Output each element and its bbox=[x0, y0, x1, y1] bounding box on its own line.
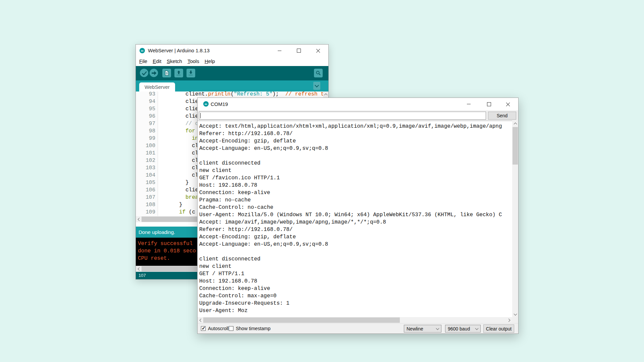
serial-output-line: client disconnected bbox=[199, 255, 512, 263]
serial-output-area[interactable]: Accept: text/html,application/xhtml+xml,… bbox=[198, 121, 512, 317]
serial-monitor-button[interactable] bbox=[314, 69, 323, 77]
new-sketch-button[interactable] bbox=[162, 69, 171, 77]
open-sketch-button[interactable] bbox=[174, 69, 183, 77]
upload-button[interactable] bbox=[150, 69, 158, 77]
serial-send-input[interactable] bbox=[199, 112, 486, 120]
minimize-icon bbox=[278, 51, 281, 51]
baud-rate-value: 9600 baud bbox=[448, 326, 470, 331]
serial-output-line: GET / HTTP/1.1 bbox=[199, 270, 512, 278]
line-number: 102 bbox=[136, 157, 155, 164]
arduino-logo-icon: ∞ bbox=[203, 101, 209, 107]
scroll-up-arrow-icon[interactable] bbox=[323, 92, 328, 97]
save-sketch-button[interactable] bbox=[186, 69, 195, 77]
autoscroll-checkbox[interactable] bbox=[201, 326, 206, 331]
serial-output-line: Accept: image/avif,image/webp,image/apng… bbox=[199, 219, 512, 226]
line-number: 98 bbox=[136, 127, 155, 135]
ide-toolbar bbox=[136, 66, 328, 80]
serial-maximize-button[interactable] bbox=[482, 98, 496, 110]
serial-minimize-button[interactable] bbox=[461, 98, 476, 110]
serial-output-line: Cache-Control: max-age=0 bbox=[199, 292, 512, 300]
serial-output-line: new client bbox=[199, 167, 512, 174]
editor-line: 93client.println("Refresh: 5"); // refre… bbox=[136, 92, 323, 98]
serial-output-line: Host: 192.168.0.78 bbox=[199, 182, 512, 189]
line-number: 103 bbox=[136, 164, 155, 172]
serial-bottom-bar: Autoscroll Show timestamp Newline 9600 b… bbox=[198, 323, 518, 334]
serial-close-button[interactable] bbox=[501, 98, 516, 110]
code-text: client.println("Refresh: 5"); // refresh… bbox=[159, 92, 323, 98]
verify-icon bbox=[141, 70, 147, 76]
serial-output-line: Accept-Encoding: gzip, deflate bbox=[199, 137, 512, 145]
serial-output-line: Host: 192.168.0.78 bbox=[199, 278, 512, 285]
serial-titlebar[interactable]: ∞ COM19 bbox=[198, 98, 518, 110]
tab-list-dropdown-button[interactable] bbox=[313, 82, 320, 90]
scroll-left-arrow-icon[interactable] bbox=[136, 216, 142, 222]
clear-output-button[interactable]: Clear output bbox=[483, 324, 514, 333]
line-number: 109 bbox=[136, 208, 155, 216]
serial-output-line: Accept-Language: en-US,en;q=0.9,sv;q=0.8 bbox=[199, 241, 512, 248]
line-number: 93 bbox=[136, 92, 155, 98]
send-button[interactable]: Send bbox=[488, 112, 516, 120]
chevron-down-icon bbox=[315, 83, 319, 87]
scroll-left-arrow-icon[interactable] bbox=[198, 317, 203, 323]
ide-tabbar: WebServer bbox=[136, 80, 328, 92]
line-number: 106 bbox=[136, 186, 155, 194]
line-number: 100 bbox=[136, 142, 155, 149]
serial-window-title: COM19 bbox=[211, 98, 228, 110]
ide-titlebar[interactable]: ∞ WebServer | Arduino 1.8.13 bbox=[136, 45, 328, 57]
serial-output-line: Accept-Language: en-US,en;q=0.9,sv;q=0.8 bbox=[199, 145, 512, 152]
save-icon bbox=[188, 70, 194, 76]
menu-tools[interactable]: Tools bbox=[185, 57, 202, 66]
menu-help[interactable]: Help bbox=[202, 57, 218, 66]
ide-window-title: WebServer | Arduino 1.8.13 bbox=[148, 45, 210, 57]
line-number: 107 bbox=[136, 194, 155, 201]
line-number: 94 bbox=[136, 98, 155, 105]
scroll-left-arrow-icon[interactable] bbox=[136, 266, 142, 272]
line-number: 97 bbox=[136, 120, 155, 127]
serial-output-line: User-Agent: Moz bbox=[199, 307, 512, 314]
show-timestamp-checkbox[interactable] bbox=[229, 326, 233, 331]
baud-rate-select[interactable]: 9600 baud bbox=[445, 325, 481, 333]
line-ending-select[interactable]: Newline bbox=[404, 325, 441, 333]
verify-button[interactable] bbox=[140, 69, 148, 77]
menu-sketch[interactable]: Sketch bbox=[164, 57, 185, 66]
scroll-right-arrow-icon[interactable] bbox=[506, 317, 512, 323]
line-number: 95 bbox=[136, 105, 155, 113]
autoscroll-label: Autoscroll bbox=[208, 323, 228, 334]
tab-label: WebServer bbox=[145, 84, 170, 90]
serial-output-line: Connection: keep-alive bbox=[199, 285, 512, 292]
serial-monitor-icon bbox=[315, 70, 321, 76]
scroll-down-arrow-icon[interactable] bbox=[512, 311, 518, 317]
close-icon bbox=[316, 49, 320, 53]
scrollbar-thumb[interactable] bbox=[513, 127, 518, 165]
tab-websserver[interactable]: WebServer bbox=[139, 82, 175, 92]
text-caret bbox=[200, 113, 201, 118]
serial-output-line: User-Agent: Mozilla/5.0 (Windows NT 10.0… bbox=[199, 211, 512, 219]
serial-output-line: Referer: http://192.168.0.78/ bbox=[199, 226, 512, 233]
arduino-logo-icon: ∞ bbox=[140, 48, 145, 53]
line-ending-value: Newline bbox=[407, 326, 423, 331]
serial-output-line: Referer: http://192.168.0.78/ bbox=[199, 130, 512, 137]
menu-file[interactable]: File bbox=[137, 57, 150, 66]
line-number: 101 bbox=[136, 149, 155, 157]
serial-vertical-scrollbar[interactable] bbox=[512, 121, 518, 317]
serial-horizontal-scrollbar[interactable] bbox=[198, 317, 512, 323]
open-icon bbox=[176, 70, 182, 76]
menu-edit[interactable]: Edit bbox=[150, 57, 164, 66]
show-timestamp-label: Show timestamp bbox=[236, 323, 270, 334]
send-button-label: Send bbox=[497, 113, 508, 118]
ide-minimize-button[interactable] bbox=[273, 45, 286, 57]
line-number: 96 bbox=[136, 113, 155, 120]
chevron-down-icon bbox=[475, 327, 479, 330]
serial-output-line: Cache-Control: no-cache bbox=[199, 204, 512, 211]
serial-output-line: Accept: text/html,application/xhtml+xml,… bbox=[199, 123, 512, 130]
minimize-icon bbox=[467, 104, 471, 104]
scrollbar-thumb[interactable] bbox=[203, 317, 400, 323]
clear-output-label: Clear output bbox=[486, 326, 512, 331]
upload-icon bbox=[151, 70, 157, 76]
close-icon bbox=[506, 102, 510, 106]
line-number: 105 bbox=[136, 179, 155, 186]
ide-maximize-button[interactable] bbox=[292, 45, 306, 57]
line-number: 104 bbox=[136, 172, 155, 179]
scroll-up-arrow-icon[interactable] bbox=[512, 121, 518, 126]
ide-close-button[interactable] bbox=[312, 45, 325, 57]
